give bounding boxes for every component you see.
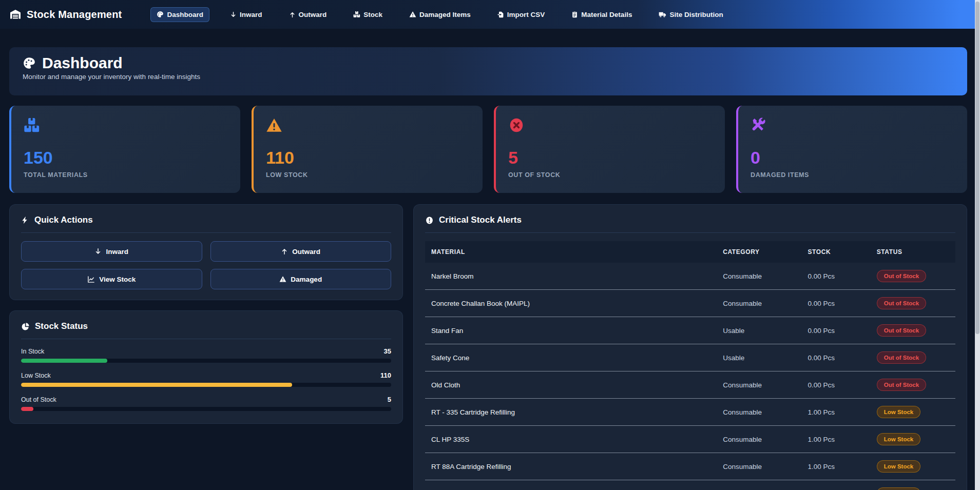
cell-category: Usable <box>717 317 801 344</box>
stat-label: LOW STOCK <box>266 171 470 179</box>
quick-actions-panel: Quick Actions Inward <box>9 204 403 300</box>
nav-item-site-distribution[interactable]: Site Distribution <box>652 7 729 22</box>
dashboard-icon <box>157 11 164 18</box>
stat-value: 0 <box>751 149 955 166</box>
nav-item-inward[interactable]: Inward <box>224 7 268 22</box>
nav-item-outward[interactable]: Outward <box>283 7 333 22</box>
warning-icon <box>266 117 470 134</box>
scrollbar-track[interactable] <box>975 0 980 490</box>
status-badge: Low Stock <box>877 460 921 473</box>
table-row[interactable]: CL HP 335S Consumable 1.00 Pcs Low Stock <box>425 426 955 453</box>
nav-item-import-csv[interactable]: Import CSV <box>491 7 551 22</box>
stat-value: 150 <box>24 149 228 166</box>
alert-circle-icon <box>425 216 434 225</box>
column-header-category[interactable]: CATEGORY <box>717 241 801 263</box>
nav-label: Damaged Items <box>419 11 471 18</box>
cell-stock: 0.00 Pcs <box>801 344 870 371</box>
column-header-material[interactable]: MATERIAL <box>425 241 717 263</box>
alerts-table: MATERIAL CATEGORY STOCK STATUS Narkel Br… <box>425 241 955 490</box>
table-row[interactable]: Narkel Broom Consumable 0.00 Pcs Out of … <box>425 263 955 290</box>
boxes-icon <box>353 11 360 18</box>
panel-title-text: Critical Stock Alerts <box>439 215 522 225</box>
outward-button[interactable]: Outward <box>210 241 392 262</box>
table-row[interactable]: Mag Roller Consumable 1.00 Pcs Low Stock <box>425 480 955 490</box>
nav-label: Dashboard <box>167 11 203 18</box>
nav-item-dashboard[interactable]: Dashboard <box>150 7 209 22</box>
critical-stock-alerts-panel: Critical Stock Alerts MATERIAL CATEGORY … <box>413 204 967 490</box>
button-label: View Stock <box>99 276 136 283</box>
damaged-button[interactable]: Damaged <box>210 269 392 289</box>
stats-row: 150 TOTAL MATERIALS 110 LOW STOCK 5 OUT … <box>9 106 967 193</box>
bar-label: In Stock <box>21 348 44 355</box>
progress-fill <box>21 383 292 387</box>
nav-item-stock[interactable]: Stock <box>347 7 389 22</box>
nav-label: Outward <box>299 11 327 18</box>
arrow-up-icon <box>281 248 288 255</box>
cell-material: Mag Roller <box>425 480 717 490</box>
page-subtitle: Monitor and manage your inventory with r… <box>23 73 954 81</box>
scrollbar-thumb[interactable] <box>975 2 979 334</box>
stat-label: TOTAL MATERIALS <box>24 171 228 179</box>
table-row[interactable]: RT 88A Cartridge Refilling Consumable 1.… <box>425 453 955 480</box>
cell-material: Safety Cone <box>425 344 717 371</box>
panel-title-text: Stock Status <box>35 321 88 331</box>
warning-icon <box>279 276 286 283</box>
column-header-stock[interactable]: STOCK <box>801 241 870 263</box>
app-viewport: Stock Management Dashboard Inward <box>0 0 980 490</box>
tools-icon <box>751 117 955 134</box>
cell-material: Stand Fan <box>425 317 717 344</box>
progress-fill <box>21 407 33 411</box>
cell-stock: 0.00 Pcs <box>801 290 870 317</box>
status-badge: Out of Stock <box>877 379 926 391</box>
nav-label: Site Distribution <box>669 11 723 18</box>
bar-label: Out of Stock <box>21 396 56 403</box>
table-header-row: MATERIAL CATEGORY STOCK STATUS <box>425 241 955 263</box>
truck-icon <box>659 11 666 18</box>
arrow-down-icon <box>94 248 102 255</box>
clipboard-icon <box>571 11 578 18</box>
cell-category: Consumable <box>717 263 801 290</box>
cell-stock: 1.00 Pcs <box>801 426 870 453</box>
warehouse-icon <box>9 8 22 21</box>
status-badge: Low Stock <box>877 487 921 490</box>
table-row[interactable]: Old Cloth Consumable 0.00 Pcs Out of Sto… <box>425 371 955 399</box>
page-content: Dashboard Monitor and manage your invent… <box>0 29 980 490</box>
divider <box>21 339 391 339</box>
cell-material: Narkel Broom <box>425 263 717 290</box>
panel-title-text: Quick Actions <box>34 215 93 225</box>
boxes-icon <box>24 117 228 134</box>
stock-bar-in-stock: In Stock 35 <box>21 347 391 363</box>
table-row[interactable]: Safety Cone Usable 0.00 Pcs Out of Stock <box>425 344 955 371</box>
cell-stock: 1.00 Pcs <box>801 453 870 480</box>
app-title: Stock Management <box>27 9 122 21</box>
cell-material: RT 88A Cartridge Refilling <box>425 453 717 480</box>
bar-value: 5 <box>388 396 391 403</box>
cell-category: Usable <box>717 344 801 371</box>
progress-track <box>21 407 391 411</box>
table-row[interactable]: RT - 335 Cartridge Refilling Consumable … <box>425 399 955 426</box>
inward-button[interactable]: Inward <box>21 241 202 262</box>
stock-bar-low-stock: Low Stock 110 <box>21 371 391 387</box>
circle-x-icon <box>508 117 713 134</box>
divider <box>425 232 955 233</box>
cell-stock: 1.00 Pcs <box>801 399 870 426</box>
view-stock-button[interactable]: View Stock <box>21 269 202 289</box>
file-import-icon <box>497 11 504 18</box>
bar-value: 110 <box>380 371 391 379</box>
nav-label: Inward <box>240 11 262 18</box>
table-row[interactable]: Stand Fan Usable 0.00 Pcs Out of Stock <box>425 317 955 344</box>
cell-material: RT - 335 Cartridge Refilling <box>425 399 717 426</box>
column-header-status[interactable]: STATUS <box>871 241 955 263</box>
arrow-down-icon <box>230 11 237 18</box>
pie-chart-icon <box>21 322 30 331</box>
table-row[interactable]: Concrete Challan Book (MAIPL) Consumable… <box>425 290 955 317</box>
stock-status-panel: Stock Status In Stock 35 <box>9 310 403 424</box>
cell-category: Consumable <box>717 290 801 317</box>
nav-label: Material Details <box>581 11 632 18</box>
nav-label: Import CSV <box>507 11 545 18</box>
nav-item-material-details[interactable]: Material Details <box>565 7 638 22</box>
cell-category: Consumable <box>717 453 801 480</box>
dashboard-banner: Dashboard Monitor and manage your invent… <box>9 47 967 95</box>
cell-material: CL HP 335S <box>425 426 717 453</box>
nav-item-damaged-items[interactable]: Damaged Items <box>403 7 477 22</box>
